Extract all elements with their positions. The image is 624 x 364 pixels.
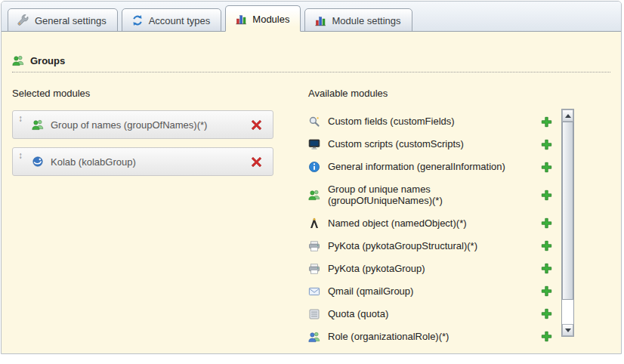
plus-icon	[541, 116, 552, 128]
add-module-button[interactable]	[540, 138, 552, 150]
delete-x-icon	[251, 119, 262, 131]
mail-icon	[308, 285, 320, 298]
group-icon	[308, 189, 320, 201]
disk-icon	[308, 308, 320, 320]
available-module-label: Group of unique names (groupOfUniqueName…	[328, 184, 532, 207]
add-module-button[interactable]	[540, 240, 552, 252]
tab-label: Module settings	[332, 15, 400, 26]
selected-module-row[interactable]: ↕ Kolab (kolabGroup)	[12, 147, 273, 176]
config-window: General settings Account types Modules M…	[1, 1, 622, 354]
remove-module-button[interactable]	[254, 156, 266, 168]
tab-account-types[interactable]: Account types	[122, 8, 222, 32]
selected-modules-panel: Selected modules ↕ Group of names (group…	[12, 88, 308, 348]
drag-handle-icon[interactable]: ↕	[18, 148, 23, 161]
add-module-button[interactable]	[540, 189, 552, 201]
selected-module-label: Kolab (kolabGroup)	[51, 156, 254, 168]
available-modules-heading: Available modules	[308, 88, 561, 99]
plus-icon	[541, 190, 552, 201]
available-module-label: Quota (quota)	[328, 308, 388, 319]
section-header: Groups	[12, 54, 610, 72]
plus-icon	[541, 162, 552, 173]
arrow-up-icon	[565, 114, 571, 118]
group-icon	[12, 54, 24, 66]
monitor-icon	[308, 138, 320, 150]
available-module-label: Role (organizationalRole)(*)	[328, 331, 449, 342]
arrow-down-icon	[565, 329, 571, 332]
plus-icon	[541, 217, 552, 229]
printer-icon	[308, 263, 320, 275]
available-modules-list: Available modules Custom fields (customF…	[308, 88, 561, 348]
add-module-button[interactable]	[540, 308, 552, 320]
printer-icon	[308, 240, 320, 252]
available-module-label: Qmail (qmailGroup)	[328, 285, 413, 297]
plus-icon	[541, 263, 552, 274]
selected-modules-heading: Selected modules	[12, 88, 308, 99]
available-module-label: PyKota (pykotaGroup)	[328, 263, 425, 274]
content-panel: Groups Selected modules ↕ Group of names…	[2, 32, 621, 348]
available-module-row: PyKota (pykotaGroup)	[308, 258, 561, 280]
plus-icon	[541, 139, 552, 150]
add-module-button[interactable]	[540, 263, 552, 275]
available-module-row: General information (generalInformation)	[308, 156, 561, 178]
selected-module-row[interactable]: ↕ Group of names (groupOfNames)(*)	[12, 110, 273, 139]
scroll-down-button[interactable]	[562, 324, 573, 336]
available-module-label: PyKota (pykotaGroupStructural)(*)	[328, 240, 477, 251]
tab-label: Modules	[252, 14, 289, 25]
add-module-button[interactable]	[540, 116, 552, 128]
lambda-icon	[308, 217, 320, 230]
chart-icon	[235, 13, 247, 25]
scrollbar-thumb[interactable]	[562, 122, 573, 300]
tab-module-settings[interactable]: Module settings	[304, 8, 412, 32]
available-module-row: Group of unique names (groupOfUniqueName…	[308, 178, 561, 212]
group-icon	[32, 119, 44, 131]
available-module-row: Quota (quota)	[308, 303, 561, 325]
magnifier-icon	[308, 116, 320, 128]
tab-general-settings[interactable]: General settings	[8, 8, 118, 32]
tab-label: General settings	[35, 15, 107, 26]
available-module-label: General information (generalInformation)	[328, 161, 505, 172]
available-module-row: Role (organizationalRole)(*)	[308, 325, 561, 348]
remove-module-button[interactable]	[254, 119, 266, 131]
tab-modules[interactable]: Modules	[225, 5, 301, 32]
available-module-label: Custom fields (customFields)	[328, 116, 455, 127]
group-icon	[308, 331, 320, 343]
add-module-button[interactable]	[540, 161, 552, 173]
wrench-icon	[17, 14, 29, 26]
available-module-row: Custom scripts (customScripts)	[308, 133, 561, 156]
plus-icon	[541, 308, 552, 319]
section-title: Groups	[30, 55, 65, 66]
sync-icon	[131, 14, 144, 26]
tab-bar: General settings Account types Modules M…	[2, 2, 621, 32]
kolab-icon	[32, 156, 44, 168]
add-module-button[interactable]	[540, 285, 552, 298]
add-module-button[interactable]	[540, 331, 552, 343]
drag-handle-icon[interactable]: ↕	[18, 111, 23, 124]
plus-icon	[541, 240, 552, 251]
available-modules-panel: Available modules Custom fields (customF…	[308, 88, 610, 348]
available-module-label: Custom scripts (customScripts)	[328, 138, 464, 150]
available-module-row: Named object (namedObject)(*)	[308, 212, 561, 235]
scrollbar-track[interactable]	[562, 122, 573, 324]
add-module-button[interactable]	[540, 217, 552, 230]
available-module-row: PyKota (pykotaGroupStructural)(*)	[308, 235, 561, 258]
scrollbar[interactable]	[561, 109, 574, 337]
tab-label: Account types	[149, 15, 211, 26]
selected-module-label: Group of names (groupOfNames)(*)	[51, 119, 254, 131]
info-icon	[308, 161, 320, 173]
available-module-row: Qmail (qmailGroup)	[308, 280, 561, 303]
module-columns: Selected modules ↕ Group of names (group…	[12, 88, 610, 348]
delete-x-icon	[251, 156, 262, 168]
chart-icon	[314, 14, 326, 26]
available-module-row: Custom fields (customFields)	[308, 110, 561, 133]
plus-icon	[541, 331, 552, 342]
available-module-label: Named object (namedObject)(*)	[328, 217, 467, 229]
plus-icon	[541, 285, 552, 297]
scroll-up-button[interactable]	[562, 110, 573, 122]
